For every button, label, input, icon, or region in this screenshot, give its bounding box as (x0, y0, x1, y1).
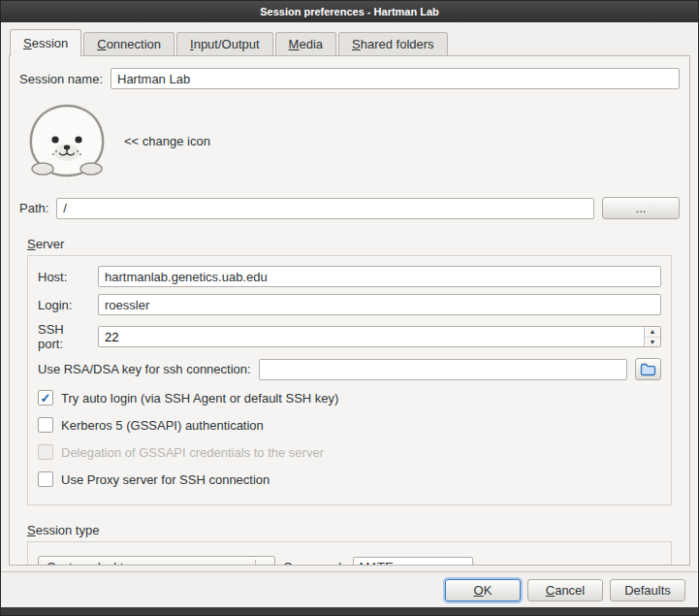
ssh-port-input[interactable] (99, 327, 644, 346)
checkbox-label-auto-login: Try auto login (via SSH Agent or default… (61, 391, 338, 405)
command-input[interactable] (353, 557, 473, 567)
rsa-key-browse-button[interactable] (635, 358, 661, 380)
server-group-label: Server (27, 237, 64, 251)
ssh-port-spin-buttons: ▲ ▼ (644, 327, 660, 346)
checkbox-checked-icon[interactable]: ✓ (38, 390, 53, 405)
session-name-label: Session name: (19, 72, 103, 86)
ok-button[interactable]: OK (445, 579, 521, 601)
session-type-group-frame: Custom desktop ▼ Command: (27, 541, 672, 566)
tab-bar: Session Connection Input/Output Media Sh… (1, 22, 698, 55)
rsa-key-label: Use RSA/DSA key for ssh connection: (38, 362, 251, 376)
path-row: Path: ... (19, 197, 680, 219)
spin-up-icon[interactable]: ▲ (645, 327, 660, 337)
session-type-group: Session type Custom desktop ▼ Command: (27, 523, 672, 566)
rsa-key-row: Use RSA/DSA key for ssh connection: (38, 358, 661, 380)
path-input[interactable] (56, 198, 594, 219)
host-row: Host: (38, 266, 661, 287)
command-label: Command: (283, 560, 345, 566)
session-type-group-label: Session type (27, 523, 99, 537)
cancel-button[interactable]: Cancel (527, 579, 603, 601)
button-bar: OK Cancel Defaults (1, 571, 698, 607)
checkbox-unchecked-icon[interactable] (38, 417, 53, 433)
host-input[interactable] (98, 266, 661, 287)
checkbox-unchecked-icon[interactable] (38, 471, 53, 487)
checkbox-row-auto-login[interactable]: ✓ Try auto login (via SSH Agent or defau… (38, 390, 661, 405)
tab-input-output[interactable]: Input/Output (176, 32, 273, 56)
checkbox-row-kerberos[interactable]: Kerberos 5 (GSSAPI) authentication (38, 417, 661, 433)
tab-shared-folders[interactable]: Shared folders (338, 32, 448, 56)
seal-icon-graphic (23, 102, 111, 179)
session-name-row: Session name: (19, 68, 680, 89)
session-preferences-window: Session preferences - Hartman Lab Sessio… (0, 0, 699, 616)
spin-down-icon[interactable]: ▼ (645, 337, 660, 347)
window-bottom-edge (1, 607, 698, 615)
change-icon-label[interactable]: << change icon (124, 134, 210, 148)
host-label: Host: (38, 270, 90, 284)
session-icon-row: << change icon (23, 102, 680, 179)
session-type-selected-value: Custom desktop (47, 560, 255, 566)
checkbox-disabled-icon (38, 444, 53, 460)
ssh-port-label: SSH port: (38, 322, 90, 351)
ssh-port-row: SSH port: ▲ ▼ (38, 322, 661, 351)
path-browse-button[interactable]: ... (602, 197, 680, 219)
checkbox-label-kerberos: Kerberos 5 (GSSAPI) authentication (61, 418, 264, 433)
checkbox-label-gssapi-delegation: Delegation of GSSAPI credentials to the … (61, 445, 324, 460)
path-label: Path: (19, 201, 48, 215)
defaults-button[interactable]: Defaults (610, 579, 685, 601)
login-row: Login: (38, 294, 661, 315)
server-group-frame: Host: Login: SSH port: ▲ ▼ (27, 255, 672, 505)
login-input[interactable] (98, 294, 661, 315)
folder-icon (640, 363, 656, 376)
check-mark-icon: ✓ (41, 392, 51, 405)
checkbox-label-proxy: Use Proxy server for SSH connection (61, 472, 270, 487)
checkbox-row-gssapi-delegation: Delegation of GSSAPI credentials to the … (38, 444, 661, 460)
tab-page-session: Session name: << change icon (9, 55, 690, 566)
window-title: Session preferences - Hartman Lab (260, 6, 439, 17)
checkbox-row-proxy[interactable]: Use Proxy server for SSH connection (38, 471, 661, 487)
session-name-input[interactable] (111, 68, 680, 89)
login-label: Login: (38, 298, 90, 312)
tab-connection[interactable]: Connection (83, 32, 175, 56)
titlebar[interactable]: Session preferences - Hartman Lab (1, 1, 698, 22)
chevron-down-icon: ▼ (255, 560, 274, 566)
server-group: Server Host: Login: SSH port: ▲ (27, 237, 672, 505)
tab-media[interactable]: Media (275, 32, 336, 56)
seal-icon[interactable] (23, 102, 111, 179)
tab-session[interactable]: Session (10, 29, 81, 56)
ssh-port-spinbox[interactable]: ▲ ▼ (98, 326, 661, 347)
rsa-key-input[interactable] (259, 359, 627, 380)
session-type-dropdown[interactable]: Custom desktop ▼ (38, 556, 275, 566)
session-type-row: Custom desktop ▼ Command: (38, 556, 661, 566)
